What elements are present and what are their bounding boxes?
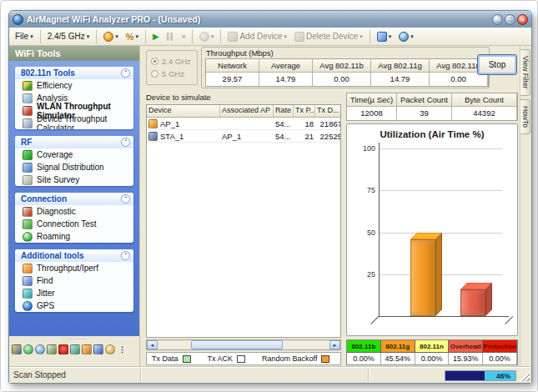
- scrollbar-thumb[interactable]: [191, 340, 283, 349]
- percent-menu-button[interactable]: %▾: [123, 30, 141, 43]
- app-logo-icon: [13, 14, 23, 25]
- report-menu-button[interactable]: ▾: [375, 30, 395, 43]
- column-header: Network: [206, 59, 259, 73]
- signal-mini-icon[interactable]: [47, 344, 57, 354]
- device-throughput-calculator-icon: [23, 118, 33, 128]
- utilization-panel: Time(µ Sec) Packet Count Byte Count 1200…: [346, 93, 518, 365]
- chevron-down-icon: ▾: [410, 33, 414, 40]
- column-header: Time(µ Sec): [347, 93, 397, 107]
- sidebar-item-site-survey[interactable]: Site Survey: [15, 173, 133, 186]
- y-tick-label: 50: [367, 229, 375, 237]
- channel-menu-button[interactable]: ▾: [101, 30, 121, 43]
- site-survey-icon: [23, 175, 33, 185]
- sidebar-item-diagnostic[interactable]: Diagnostic: [15, 205, 133, 218]
- sidebar-item-jitter[interactable]: Jitter: [15, 287, 133, 299]
- time-mini-icon[interactable]: [35, 344, 45, 354]
- stop-playback-button[interactable]: ■: [179, 30, 188, 43]
- radio-5ghz[interactable]: 5 GHz: [151, 68, 193, 80]
- window-title: AirMagnet WiFi Analyzer PRO - (Unsaved): [27, 14, 489, 24]
- splitter-handle[interactable]: ·········: [9, 336, 139, 343]
- collapse-chevron-icon[interactable]: [121, 138, 130, 147]
- play-button[interactable]: ▶: [150, 30, 162, 43]
- channel-icon: [103, 32, 113, 42]
- tab-howto[interactable]: HowTo: [520, 99, 530, 134]
- sidebar-item-roaming[interactable]: Roaming: [15, 230, 133, 243]
- column-header[interactable]: Device: [147, 105, 220, 118]
- grid-mini-icon[interactable]: [93, 344, 103, 354]
- group-header[interactable]: RF: [15, 136, 133, 148]
- device-table-header: Device Associated AP ⟋ Rate Tx P... Tx D…: [147, 105, 340, 118]
- record-menu-button[interactable]: ▾: [197, 30, 217, 43]
- scroll-right-icon[interactable]: ►: [329, 340, 340, 349]
- sidebar: WiFi Tools 802.11n Tools Efficiency Anal…: [9, 46, 140, 367]
- collapse-chevron-icon[interactable]: [121, 251, 130, 260]
- signal-distribution-icon: [23, 163, 33, 173]
- status-bar: Scan Stopped 46%: [9, 367, 531, 383]
- table-row[interactable]: AP_1 54... 18 21867 1: [147, 118, 340, 130]
- tx-d-cell: 21867: [315, 118, 341, 129]
- add-device-icon: [228, 32, 238, 42]
- close-button[interactable]: ×: [517, 14, 528, 25]
- chart-mini-icon[interactable]: [12, 344, 22, 354]
- table-row[interactable]: STA_1 AP_1 54... 21 22525 1: [147, 130, 340, 143]
- legend-value: 15.93%: [449, 353, 483, 364]
- horizontal-scrollbar[interactable]: ◄ ►: [146, 339, 341, 350]
- legend-value: 0.00%: [347, 353, 381, 364]
- title-bar[interactable]: AirMagnet WiFi Analyzer PRO - (Unsaved) …: [9, 11, 531, 28]
- column-header[interactable]: Rate: [274, 105, 294, 118]
- legend-label: Tx Data: [152, 354, 178, 363]
- device-panel-title: Device to simulate: [146, 93, 341, 103]
- collapse-chevron-icon[interactable]: [121, 194, 130, 204]
- legend-label-80211n: 802.11n: [415, 340, 450, 353]
- column-header: Packet Count: [397, 93, 452, 107]
- sidebar-item-connection-test[interactable]: Connection Test: [15, 218, 133, 230]
- collapse-chevron-icon[interactable]: [121, 68, 130, 78]
- packet-count-value: 39: [397, 107, 452, 120]
- info-menu-button[interactable]: ▾: [396, 30, 416, 43]
- band-menu-button[interactable]: 2.4/5 GHz▾: [45, 30, 93, 43]
- file-menu-button[interactable]: File▾: [13, 30, 36, 43]
- sidebar-item-coverage[interactable]: Coverage: [15, 148, 133, 161]
- radio-button-icon: [151, 58, 158, 65]
- sidebar-item-signal-distribution[interactable]: Signal Distribution: [15, 161, 133, 173]
- column-header[interactable]: Tx D...: [315, 105, 341, 118]
- add-device-button[interactable]: Add Device▾: [225, 30, 289, 43]
- statusbar-divider: [368, 369, 369, 381]
- delete-device-button[interactable]: Delete Device▾: [292, 30, 365, 43]
- overflow-icon[interactable]: ⋮: [118, 345, 126, 354]
- tab-view-filter[interactable]: View Filter: [520, 49, 530, 96]
- tx-ack-swatch: [237, 355, 245, 363]
- group-header[interactable]: Additional tools: [15, 249, 133, 262]
- sidebar-item-throughput-iperf[interactable]: Throughput/Iperf: [15, 262, 133, 274]
- package-mini-icon[interactable]: [82, 344, 92, 354]
- stop-button[interactable]: Stop: [477, 54, 517, 75]
- sidebar-item-device-throughput-calculator[interactable]: Device Throughput Calculator: [15, 117, 133, 129]
- throughput-iperf-icon: [23, 264, 33, 274]
- maximize-button[interactable]: □: [505, 14, 515, 25]
- chart-legend: 802.11b 802.11g 802.11n Overhead Protect…: [346, 339, 518, 365]
- resize-grip[interactable]: [520, 371, 530, 381]
- web-mini-icon[interactable]: [23, 344, 33, 354]
- pause-button[interactable]: ▌▌: [164, 30, 177, 43]
- legend-label: Tx ACK: [208, 354, 234, 363]
- x-axis: [379, 316, 509, 317]
- scroll-left-icon[interactable]: ◄: [147, 340, 158, 349]
- random-backoff-swatch: [321, 355, 329, 363]
- report-icon: [377, 32, 387, 42]
- group-header[interactable]: 802.11n Tools: [15, 67, 133, 79]
- column-header[interactable]: Tx P...: [294, 105, 315, 118]
- gauge-mini-icon[interactable]: [105, 344, 115, 354]
- sidebar-item-find[interactable]: Find: [15, 274, 133, 287]
- image-mini-icon[interactable]: [70, 344, 80, 354]
- sidebar-item-gps[interactable]: GPS: [15, 299, 133, 312]
- column-header[interactable]: Associated AP ⟋: [220, 105, 274, 118]
- y-tick-label: 25: [367, 270, 375, 279]
- find-icon: [23, 276, 33, 286]
- group-header[interactable]: Connection: [15, 193, 133, 205]
- radio-24ghz[interactable]: 2.4 GHz: [151, 55, 193, 68]
- minimize-button[interactable]: _: [492, 14, 503, 25]
- stop-icon: ■: [182, 32, 185, 42]
- alert-mini-icon[interactable]: [58, 344, 68, 354]
- sidebar-item-efficiency[interactable]: Efficiency: [15, 79, 133, 92]
- toolbar-separator: [370, 30, 370, 43]
